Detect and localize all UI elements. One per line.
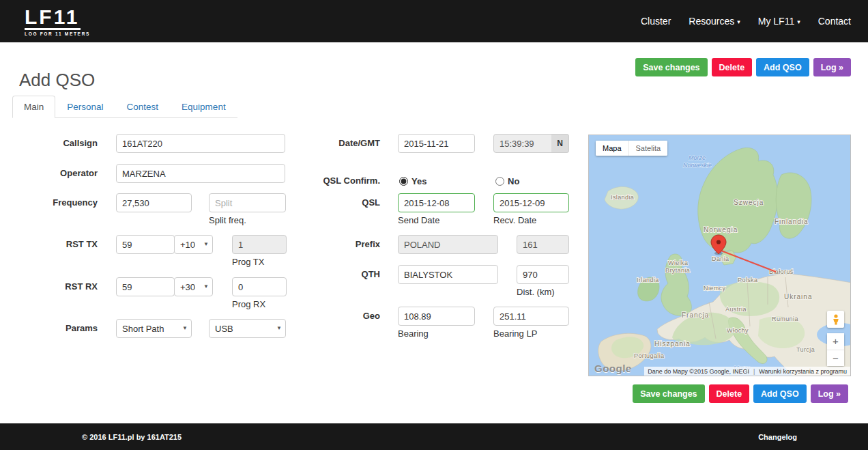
time-input[interactable]	[493, 134, 552, 153]
google-logo: Google	[594, 363, 632, 374]
prog-tx-caption: Prog TX	[232, 257, 264, 267]
tab-personal[interactable]: Personal	[55, 96, 115, 118]
main-content: Save changes Delete Add QSO Log » Add QS…	[0, 42, 868, 423]
qsl-confirm-yes[interactable]: Yes	[399, 171, 426, 191]
prog-tx-input	[232, 235, 287, 254]
map-label-sea: Morze	[689, 154, 706, 161]
bearing-lp-input[interactable]	[493, 307, 569, 326]
mode-select[interactable]: USB	[209, 319, 286, 338]
bearing-input[interactable]	[398, 307, 475, 326]
distance-caption: Dist. (km)	[517, 287, 555, 297]
zoom-out-button[interactable]: −	[827, 350, 844, 366]
qsl-send-date-input[interactable]	[398, 193, 475, 212]
qsl-recv-date-input[interactable]	[493, 193, 569, 212]
tab-equipment[interactable]: Equipment	[170, 96, 237, 118]
callsign-input[interactable]	[116, 134, 285, 153]
qth-input[interactable]	[398, 265, 498, 284]
qsl-confirm-label: QSL Confirm.	[300, 171, 380, 191]
rst-tx-input[interactable]	[116, 235, 175, 254]
nav-item-my-lf11-label: My LF11	[758, 16, 794, 27]
params-label: Params	[14, 319, 98, 338]
page-title: Add QSO	[19, 70, 95, 91]
add-qso-button-bottom[interactable]: Add QSO	[753, 384, 807, 403]
nav-item-contact-label: Contact	[818, 16, 851, 27]
map-label-country: Norwegia	[704, 226, 738, 234]
frequency-input[interactable]	[116, 193, 192, 212]
caret-down-icon: ▾	[737, 18, 740, 25]
callsign-label: Callsign	[14, 134, 98, 153]
nav-item-contact[interactable]: Contact	[818, 16, 851, 27]
save-changes-button[interactable]: Save changes	[635, 58, 707, 76]
nav-menu: Cluster Resources▾ My LF11▾ Contact	[641, 16, 851, 27]
log-button[interactable]: Log »	[813, 58, 851, 76]
qsl-label: QSL	[300, 193, 380, 212]
add-qso-button[interactable]: Add QSO	[756, 58, 809, 76]
qsl-confirm-yes-label: Yes	[411, 176, 426, 186]
date-gmt-label: Date/GMT	[300, 134, 380, 153]
map-label-country: Wielka	[668, 259, 688, 266]
qsl-confirm-yes-radio[interactable]	[399, 177, 408, 186]
bearing-caption: Bearing	[398, 328, 429, 339]
operator-label: Operator	[14, 164, 98, 183]
bearing-lp-caption: Bearing LP	[493, 328, 537, 339]
map-label-country: Brytania	[665, 267, 690, 274]
map-label-country: Ukraina	[784, 293, 812, 300]
nav-item-resources[interactable]: Resources▾	[689, 16, 740, 27]
qsl-confirm-no-radio[interactable]	[495, 177, 504, 186]
date-input[interactable]	[398, 134, 475, 153]
map-type-satellite-button[interactable]: Satelita	[628, 141, 668, 156]
attribution-divider: |	[753, 368, 755, 375]
nav-item-my-lf11[interactable]: My LF11▾	[758, 16, 800, 27]
map-canvas: Morze Norweskie Islandia Norwegia Szwecj…	[589, 135, 851, 376]
zoom-in-button[interactable]: +	[827, 333, 844, 350]
distance-input[interactable]	[517, 265, 569, 284]
map-label-country: Portugalia	[634, 352, 665, 359]
logo[interactable]: LF11 LOG FOR 11 METERS	[25, 7, 90, 36]
actions-top: Save changes Delete Add QSO Log »	[635, 58, 851, 76]
delete-button[interactable]: Delete	[712, 58, 753, 76]
send-date-caption: Send Date	[398, 215, 439, 225]
tabs: Main Personal Contest Equipment	[12, 96, 237, 118]
map-label-country: Polska	[738, 277, 757, 283]
save-changes-button-bottom[interactable]: Save changes	[633, 384, 704, 403]
map-label-country: Turcja	[796, 346, 815, 353]
map-attribution: Dane do Mapy ©2015 Google, INEGI | Warun…	[644, 367, 850, 376]
map-attribution-text: Dane do Mapy ©2015 Google, INEGI	[648, 368, 749, 375]
rst-rx-input[interactable]	[116, 277, 175, 296]
map-label-country: Szwecja	[734, 199, 764, 206]
split-frequency-caption: Split freq.	[209, 215, 246, 225]
map-label-country: Austria	[725, 306, 747, 313]
operator-input[interactable]	[116, 164, 285, 183]
rst-tx-adjust-select[interactable]: +10	[174, 235, 213, 254]
qsl-confirm-no-label: No	[508, 176, 519, 186]
split-frequency-input[interactable]	[209, 193, 286, 212]
delete-button-bottom[interactable]: Delete	[709, 384, 750, 403]
tab-contest[interactable]: Contest	[115, 96, 171, 118]
map-label-country: Rumunia	[772, 315, 798, 322]
map-label-country: Irlandia	[637, 277, 659, 283]
log-button-bottom[interactable]: Log »	[811, 384, 848, 403]
path-select[interactable]: Short Path	[116, 319, 192, 338]
time-now-button[interactable]: N	[551, 134, 569, 153]
rst-tx-label: RST TX	[14, 235, 98, 254]
frequency-label: Frequency	[14, 193, 98, 212]
footer-changelog-link[interactable]: Changelog	[758, 433, 797, 441]
pegman-control[interactable]	[827, 311, 844, 328]
prefix-country-input	[398, 235, 498, 254]
map-label-country: Hiszpania	[654, 340, 691, 348]
map-terms-link[interactable]: Warunki korzystania z programu	[759, 368, 847, 375]
nav-item-resources-label: Resources	[689, 16, 734, 27]
nav-item-cluster[interactable]: Cluster	[641, 16, 671, 27]
map-label-country: Włochy	[727, 327, 749, 334]
prog-rx-input[interactable]	[232, 277, 287, 296]
map-type-map-button[interactable]: Mapa	[596, 141, 628, 156]
rst-rx-adjust-select[interactable]: +30	[174, 277, 213, 296]
map-label-country: Niemcy	[704, 285, 726, 292]
nav-item-cluster-label: Cluster	[641, 16, 671, 27]
rst-rx-label: RST RX	[14, 277, 98, 296]
qsl-confirm-no[interactable]: No	[495, 171, 519, 191]
map-panel[interactable]: Morze Norweskie Islandia Norwegia Szwecj…	[588, 135, 851, 376]
tab-main[interactable]: Main	[12, 96, 55, 118]
map-label-country: Finlandia	[775, 218, 809, 225]
footer: © 2016 LF11.pl by 161AT215 Changelog	[0, 423, 868, 450]
